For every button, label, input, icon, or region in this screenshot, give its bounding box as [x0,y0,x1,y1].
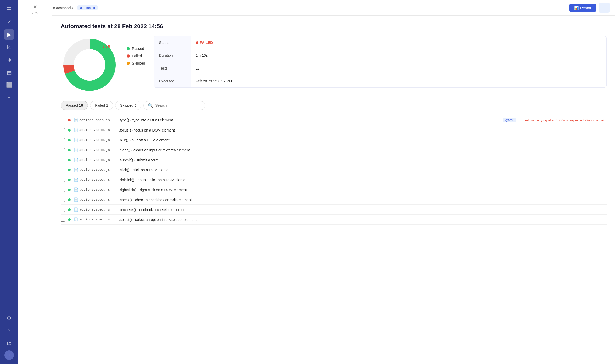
test-checkbox[interactable] [61,128,65,132]
info-tests-row: Tests 17 [154,62,606,75]
content-area: Automated tests at 28 Feb 2022 14:56 94.… [52,16,615,364]
test-status-dot [68,218,71,221]
info-executed-row: Executed Feb 28, 2022 8:57 PM [154,75,606,87]
settings-icon[interactable]: ⚙ [4,313,14,323]
file-icon: 📄 [74,207,78,212]
folder-icon[interactable]: 🗂 [4,338,14,348]
play-icon[interactable]: ▶ [4,29,14,40]
passed-filter-button[interactable]: Passed 16 [61,101,88,110]
svg-point-3 [74,49,105,81]
help-icon[interactable]: ? [4,325,14,336]
legend-passed: Passed [127,47,145,51]
git-icon[interactable]: ⑂ [4,92,14,103]
test-name: .focus() - focus on a DOM element [119,128,607,132]
failed-dot [127,54,130,58]
test-checkbox[interactable] [61,178,65,182]
main-content: Ru Run # ac96d8d3 automated 📊 Report ···… [18,0,615,364]
legend-skipped-label: Skipped [132,61,145,65]
test-file: 📄 actions.spec.js [74,158,116,162]
automated-badge: automated [77,5,98,10]
status-failed-dot [196,41,198,44]
test-name: .uncheck() - uncheck a checkbox element [119,208,607,212]
avatar[interactable]: T [4,350,14,360]
page-title: Automated tests at 28 Feb 2022 14:56 [61,23,607,30]
table-row: 📄 actions.spec.js.clear() - clears an in… [61,145,607,155]
test-name: .select() - select an option in a <selec… [119,218,607,222]
tests-label: Tests [154,62,191,75]
list-check-icon[interactable]: ☑ [4,42,14,52]
test-status-dot [68,189,71,191]
file-icon: 📄 [74,138,78,142]
skipped-filter-button[interactable]: Skipped 0 [115,101,141,110]
donut-passed-pct: 94.1% [85,82,94,86]
test-status-dot [68,208,71,211]
close-icon[interactable]: ✕ [33,4,37,10]
table-row: 📄 actions.spec.js.click() - click on a D… [61,165,607,175]
layers-icon[interactable]: ◈ [4,54,14,65]
table-row: 📄 actions.spec.js.focus() - focus on a D… [61,125,607,135]
table-row: 📄 actions.spec.js.select() - select an o… [61,215,607,225]
test-status-dot [68,179,71,181]
test-file: 📄 actions.spec.js [74,178,116,182]
checkmark-icon[interactable]: ✓ [4,17,14,27]
terminal-icon[interactable]: ⬒ [4,67,14,77]
donut-chart: 94.1% 5.9% [61,36,118,94]
hamburger-icon[interactable]: ☰ [4,4,14,15]
info-table: Status FAILED Duration 1m 16s Tests 17 [154,36,607,88]
test-checkbox[interactable] [61,198,65,202]
table-row: 📄 actions.spec.js.rightclick() - right c… [61,185,607,195]
failed-filter-button[interactable]: Failed 1 [90,101,113,110]
duration-value: 1m 16s [191,49,606,62]
status-label: Status [154,36,191,49]
skipped-dot [127,62,130,65]
file-icon: 📄 [74,148,78,152]
test-status-dot [68,159,71,161]
test-name: .type() - type into a DOM element [119,118,500,122]
esc-label: [Esc] [32,10,38,14]
donut-failed-pct: 5.9% [103,44,110,48]
test-status-dot [68,139,71,141]
test-checkbox[interactable] [61,218,65,222]
test-name: .rightclick() - right click on a DOM ele… [119,188,607,192]
status-failed: FAILED [196,41,601,45]
more-options-button[interactable]: ··· [599,3,610,13]
report-button[interactable]: 📊 Report [569,4,596,12]
test-checkbox[interactable] [61,148,65,152]
search-box[interactable]: 🔍 [143,101,205,110]
test-name: .check() - check a checkbox or radio ele… [119,198,607,202]
run-id: # ac96d8d3 [53,6,73,10]
topbar-actions: 📊 Report ··· [569,3,610,13]
test-checkbox[interactable] [61,138,65,142]
file-icon: 📄 [74,217,78,222]
test-status-dot [68,198,71,201]
test-status-dot [68,149,71,151]
test-checkbox[interactable] [61,158,65,162]
file-icon: 📄 [74,178,78,182]
legend-skipped: Skipped [127,61,145,65]
stats-row: 94.1% 5.9% Passed Failed Skipped [61,36,607,94]
test-file: 📄 actions.spec.js [74,118,116,122]
test-name: .click() - click on a DOM element [119,168,607,172]
chart-legend: Passed Failed Skipped [127,36,145,65]
file-icon: 📄 [74,187,78,192]
test-checkbox[interactable] [61,118,65,122]
test-status-dot [68,169,71,171]
test-checkbox[interactable] [61,188,65,192]
chart-icon[interactable]: ⬜ [4,79,14,90]
info-duration-row: Duration 1m 16s [154,49,606,62]
test-name: .clear() - clears an input or textarea e… [119,148,607,152]
test-file: 📄 actions.spec.js [74,168,116,172]
error-text: Timed out retrying after 4000ms: expecte… [520,118,607,122]
sidebar: ☰ ✓ ▶ ☑ ◈ ⬒ ⬜ ⑂ ⚙ ? 🗂 T [0,0,18,364]
passed-dot [127,47,130,50]
table-row: 📄 actions.spec.js.check() - check a chec… [61,195,607,205]
search-icon: 🔍 [148,103,153,108]
file-icon: 📄 [74,128,78,132]
test-file: 📄 actions.spec.js [74,207,116,212]
test-checkbox[interactable] [61,208,65,212]
test-checkbox[interactable] [61,168,65,172]
test-file: 📄 actions.spec.js [74,148,116,152]
table-row: 📄 actions.spec.js.submit() - submit a fo… [61,155,607,165]
test-name: .blur() - blur off a DOM element [119,138,607,142]
search-input[interactable] [155,103,201,107]
